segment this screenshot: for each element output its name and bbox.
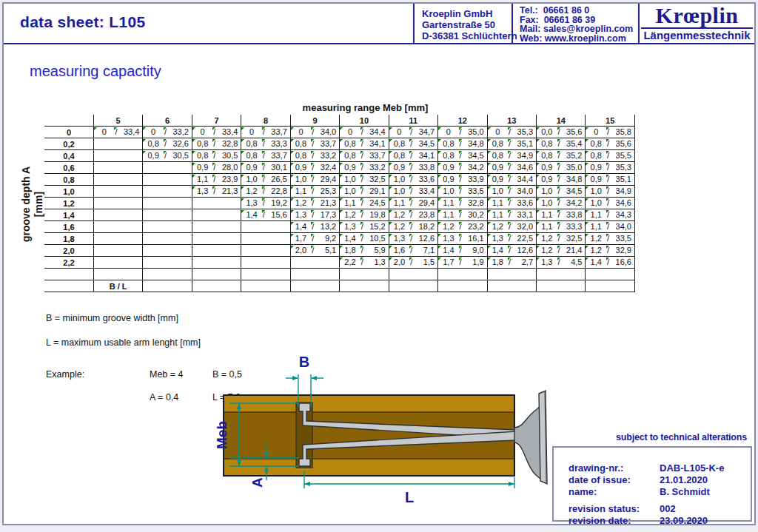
infobox-value: 21.01.2020 — [660, 474, 708, 486]
table-cell: 0,8/34,9 — [487, 150, 536, 162]
infobox-value: 002 — [660, 503, 676, 515]
table-cell: 1,0/29,4 — [290, 174, 339, 186]
table-cell — [537, 280, 586, 292]
table-cell: 1,4/10,5 — [340, 233, 389, 245]
row-header: 1,8 — [44, 233, 93, 245]
table-cell: 1,1/34,3 — [586, 209, 635, 221]
instrument-cone — [514, 405, 541, 479]
table-cell — [93, 198, 142, 209]
infobox-label: revision date: — [568, 515, 631, 527]
table-cell: 0,9/33,9 — [438, 174, 487, 186]
table-cell — [143, 209, 192, 221]
table-cell — [340, 280, 389, 292]
table-cell: 1,1/23,9 — [192, 174, 241, 186]
header-divider — [413, 4, 415, 43]
table-cell — [241, 233, 290, 245]
table-cell: 0,9/30,5 — [143, 150, 192, 162]
company-logo: Krœplin Längenmesstechnik — [640, 4, 754, 43]
table-cell: 1,7/9,2 — [290, 233, 339, 245]
table-cell: 1,0/33,4 — [389, 186, 437, 198]
table-row: 1,81,7/9,21,4/10,51,3/12,61,3/16,11,3/22… — [44, 233, 635, 245]
table-cell: 1,0/33,6 — [389, 174, 437, 186]
company-contact: Tel.: 06661 86 0 Fax: 06661 86 39 Mail: … — [520, 6, 633, 43]
row-header: 0,2 — [44, 138, 93, 150]
table-cell — [93, 209, 142, 221]
table-cell: 1,2/33,5 — [586, 233, 635, 245]
table-row: 00/33,40/33,20/33,40/33,70/34,00/34,40/3… — [44, 127, 635, 138]
col-header: 14 — [537, 115, 586, 127]
table-cell: 1,1/24,5 — [340, 198, 389, 209]
table-cell: 2,0/5,1 — [290, 245, 339, 257]
dimension-b-label: B — [299, 354, 309, 370]
table-cell: 0,9/33,2 — [340, 162, 389, 174]
table-cell — [143, 280, 192, 292]
table-cell: 1,1/33,6 — [487, 198, 536, 209]
table-cell — [93, 138, 142, 150]
table-cell — [93, 245, 142, 257]
table-cell: 1,4/12,6 — [487, 245, 536, 257]
infobox-label: revision status: — [568, 503, 640, 515]
table-cell: 1,1/25,3 — [290, 186, 339, 198]
table-cell: 0/35,3 — [487, 127, 536, 138]
table-corner — [44, 115, 93, 127]
table-cell — [93, 186, 142, 198]
table-cell: 0,9/34,8 — [537, 174, 586, 186]
table-cell — [192, 269, 241, 280]
row-header — [44, 269, 93, 280]
table-cell — [438, 280, 487, 292]
table-cell: 0,8/34,5 — [438, 150, 487, 162]
measuring-diagram: B Meb A L — [215, 354, 563, 531]
col-header: 13 — [487, 115, 536, 127]
table-cell — [586, 269, 635, 280]
table-cell: 0,8/33,7 — [241, 150, 290, 162]
table-row: 0,60,9/28,00,9/30,10,9/32,40,9/33,20,9/3… — [44, 162, 635, 174]
table-cell — [192, 209, 241, 221]
table-cell: 1,8/5,9 — [340, 245, 389, 257]
table-cell: 1,3/15,2 — [340, 221, 389, 233]
table-cell: 2,0/1,5 — [389, 257, 437, 269]
table-cell: 1,2/32,9 — [586, 245, 635, 257]
table-cell: 1,0/26,5 — [241, 174, 290, 186]
table-cell: 2,2/1,3 — [340, 257, 389, 269]
page-title: data sheet: L105 — [20, 13, 145, 31]
table-cell: 0,9/34,4 — [487, 174, 536, 186]
dimension-a-label: A — [249, 477, 265, 488]
table-title: measuring range Meb [mm] — [70, 102, 660, 113]
example-label: Example: — [46, 369, 84, 380]
table-cell: 0,9/28,0 — [192, 162, 241, 174]
table-cell: 1,3/19,2 — [241, 198, 290, 209]
table-cell — [143, 221, 192, 233]
dimension-l-label: L — [405, 489, 414, 505]
table-cell: 1,2/32,0 — [487, 221, 536, 233]
row-header: 1,4 — [44, 209, 93, 221]
table-cell: 1,4/13,2 — [290, 221, 339, 233]
table-cell: 0,9/30,1 — [241, 162, 290, 174]
table-cell — [143, 257, 192, 269]
row-header: 0,4 — [44, 150, 93, 162]
row-header: 1,2 — [44, 198, 93, 209]
logo-wordmark: Krœplin — [640, 4, 754, 27]
table-cell — [192, 280, 241, 292]
table-cell: 1,0/34,9 — [586, 186, 635, 198]
table-cell — [93, 162, 142, 174]
subject-note: subject to technical alterations — [616, 432, 747, 442]
table-cell — [192, 233, 241, 245]
table-cell — [586, 280, 635, 292]
table-cell: 1,6/7,1 — [389, 245, 437, 257]
logo-subtitle: Längenmesstechnik — [640, 29, 754, 42]
table-cell: 0,8/35,6 — [586, 138, 635, 150]
table-cell: 0,9/35,1 — [586, 174, 635, 186]
table-cell: 1,3/17,3 — [290, 209, 339, 221]
table-row: 1,41,4/15,61,3/17,31,2/19,81,2/23,81,1/3… — [44, 209, 635, 221]
infobox-value: 23.09.2020 — [660, 515, 708, 527]
infobox-gap — [554, 498, 751, 503]
table-cell — [487, 280, 536, 292]
table-cell: 0/33,2 — [143, 127, 192, 138]
table-row: 0,81,1/23,91,0/26,51,0/29,41,0/32,51,0/3… — [44, 174, 635, 186]
table-cell: 0,8/35,5 — [586, 150, 635, 162]
table-cell — [537, 269, 586, 280]
table-cell — [93, 150, 142, 162]
row-axis-label: groove depth A [mm] — [20, 130, 47, 278]
table-cell: 1,1/34,0 — [586, 221, 635, 233]
table-cell: 1,3/22,5 — [487, 233, 536, 245]
